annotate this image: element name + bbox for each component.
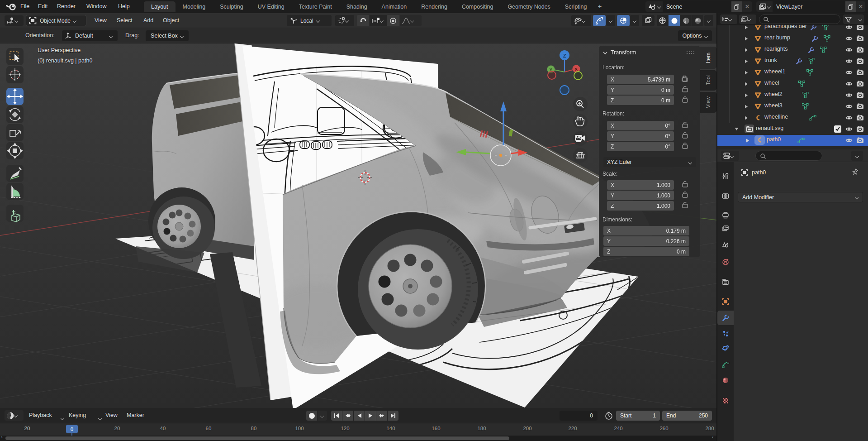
svg-text:Z: Z <box>563 53 566 58</box>
svg-text:X: X <box>575 67 578 72</box>
